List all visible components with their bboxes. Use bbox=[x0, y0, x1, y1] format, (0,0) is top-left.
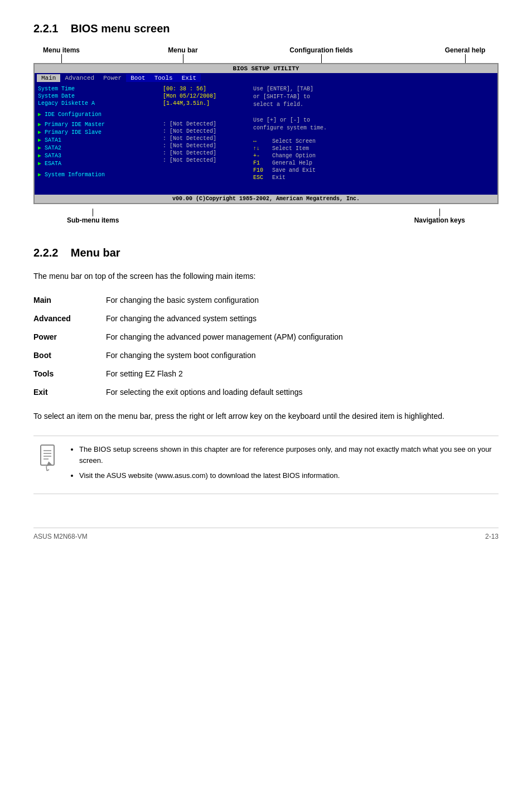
menu-row-exit: Exit For selecting the exit options and … bbox=[33, 383, 499, 402]
section-222-title: 2.2.2 Menu bar bbox=[33, 247, 499, 259]
svg-line-8 bbox=[47, 470, 49, 471]
bottom-labels: Sub-menu items Navigation keys bbox=[33, 209, 499, 224]
bios-item-sata3: ▶ SATA3 bbox=[37, 152, 159, 160]
menu-row-main: Main For changing the basic system confi… bbox=[33, 291, 499, 310]
bios-body: System Time System Date Legacy Diskette … bbox=[35, 83, 497, 195]
bios-menu-main[interactable]: Main bbox=[37, 74, 60, 82]
bios-nav-row-updown: ↑↓ Select Item bbox=[253, 145, 495, 152]
bios-item-esata: ▶ ESATA bbox=[37, 160, 159, 167]
menu-row-power: Power For changing the advanced power ma… bbox=[33, 328, 499, 346]
label-config-fields: Configuration fields bbox=[282, 46, 360, 63]
info-box: The BIOS setup screens shown in this cha… bbox=[33, 436, 499, 494]
svg-line-7 bbox=[46, 466, 47, 471]
bios-left-panel: System Time System Date Legacy Diskette … bbox=[37, 85, 159, 192]
section-number: 2.2.1 bbox=[33, 22, 58, 35]
menu-bar-table: Main For changing the basic system confi… bbox=[33, 291, 499, 402]
bios-val-time: [00: 38 : 56] bbox=[162, 85, 251, 93]
bios-screen: BIOS SETUP UTILITY Main Advanced Power B… bbox=[33, 63, 499, 204]
label-menu-bar: Menu bar bbox=[161, 46, 205, 63]
info-icon bbox=[33, 444, 61, 472]
bios-item-system-time: System Time bbox=[37, 85, 159, 93]
section-221: 2.2.1 BIOS menu screen Menu items Menu b… bbox=[33, 22, 499, 224]
section-title-text: BIOS menu screen bbox=[71, 22, 170, 35]
bios-val-date: [Mon 05/12/2008] bbox=[162, 93, 251, 100]
bios-item-system-date: System Date bbox=[37, 93, 159, 100]
bios-middle-panel: [00: 38 : 56] [Mon 05/12/2008] [1.44M,3.… bbox=[162, 85, 251, 192]
label-general-help: General help bbox=[437, 46, 493, 63]
bios-nav-row-plusminus: +- Change Option bbox=[253, 152, 495, 160]
menu-row-advanced: Advanced For changing the advanced syste… bbox=[33, 310, 499, 328]
bios-item-ide-config: ▶ IDE Configuration bbox=[37, 110, 159, 118]
bios-val-sata2: : [Not Detected] bbox=[162, 142, 251, 149]
footer-model: ASUS M2N68-VM bbox=[33, 533, 88, 540]
bios-item-primary-slave: ▶ Primary IDE Slave bbox=[37, 128, 159, 136]
bios-title-bar: BIOS SETUP UTILITY bbox=[35, 64, 497, 73]
bios-nav-row-f1: F1 General Help bbox=[253, 160, 495, 167]
bios-menu-bar: Main Advanced Power Boot Tools Exit bbox=[35, 73, 497, 83]
section-222-number: 2.2.2 bbox=[33, 247, 58, 259]
section-222: 2.2.2 Menu bar The menu bar on top of th… bbox=[33, 247, 499, 494]
menu-bar-intro: The menu bar on top of the screen has th… bbox=[33, 270, 499, 282]
bios-menu-exit[interactable]: Exit bbox=[177, 74, 201, 82]
bios-diagram: Menu items Menu bar Configuration fields… bbox=[33, 46, 499, 224]
bios-val-primary-master: : [Not Detected] bbox=[162, 120, 251, 128]
page-footer: ASUS M2N68-VM 2-13 bbox=[33, 528, 499, 540]
bios-footer: v00.00 (C)Copyright 1985-2002, American … bbox=[35, 195, 497, 203]
bios-help-text: Use [ENTER], [TAB] or [SHIFT-TAB] to sel… bbox=[253, 85, 495, 132]
label-navigation-keys: Navigation keys bbox=[414, 209, 465, 224]
bios-menu-power[interactable]: Power bbox=[99, 74, 126, 82]
bios-val-diskette: [1.44M,3.5in.] bbox=[162, 100, 251, 107]
bios-right-panel: Use [ENTER], [TAB] or [SHIFT-TAB] to sel… bbox=[253, 85, 495, 192]
bios-item-primary-master: ▶ Primary IDE Master bbox=[37, 120, 159, 128]
bios-val-primary-slave: : [Not Detected] bbox=[162, 128, 251, 135]
bios-item-sata2: ▶ SATA2 bbox=[37, 144, 159, 152]
footer-page: 2-13 bbox=[485, 533, 499, 540]
svg-rect-0 bbox=[41, 445, 54, 465]
bios-menu-advanced[interactable]: Advanced bbox=[60, 74, 99, 82]
menu-bar-outro: To select an item on the menu bar, press… bbox=[33, 410, 499, 422]
info-bullet-1: The BIOS setup screens shown in this cha… bbox=[79, 444, 499, 466]
bios-item-system-info: ▶ System Information bbox=[37, 171, 159, 178]
bios-val-sata1: : [Not Detected] bbox=[162, 135, 251, 142]
menu-row-boot: Boot For changing the system boot config… bbox=[33, 346, 499, 365]
info-bullet-2: Visit the ASUS website (www.asus.com) to… bbox=[79, 470, 499, 481]
bios-val-esata: : [Not Detected] bbox=[162, 157, 251, 164]
bios-nav-row-esc: ESC Exit bbox=[253, 174, 495, 181]
bios-item-legacy-diskette: Legacy Diskette A bbox=[37, 100, 159, 107]
bios-item-sata1: ▶ SATA1 bbox=[37, 136, 159, 144]
bios-menu-boot[interactable]: Boot bbox=[126, 74, 149, 82]
section-221-title: 2.2.1 BIOS menu screen bbox=[33, 22, 499, 35]
label-menu-items: Menu items bbox=[39, 46, 84, 63]
section-222-title-text: Menu bar bbox=[71, 247, 120, 259]
label-sub-menu-items: Sub-menu items bbox=[67, 209, 119, 224]
bios-nav-row-f10: F10 Save and Exit bbox=[253, 167, 495, 174]
bios-nav-row-arrows: ↔ Select Screen bbox=[253, 138, 495, 145]
page-container: 2.2.1 BIOS menu screen Menu items Menu b… bbox=[33, 22, 499, 540]
menu-row-tools: Tools For setting EZ Flash 2 bbox=[33, 365, 499, 383]
bios-nav-section: ↔ Select Screen ↑↓ Select Item +- Change… bbox=[253, 138, 495, 181]
info-content: The BIOS setup screens shown in this cha… bbox=[70, 444, 499, 486]
pencil-icon bbox=[36, 444, 59, 472]
bios-val-sata3: : [Not Detected] bbox=[162, 149, 251, 157]
bios-menu-tools[interactable]: Tools bbox=[150, 74, 177, 82]
